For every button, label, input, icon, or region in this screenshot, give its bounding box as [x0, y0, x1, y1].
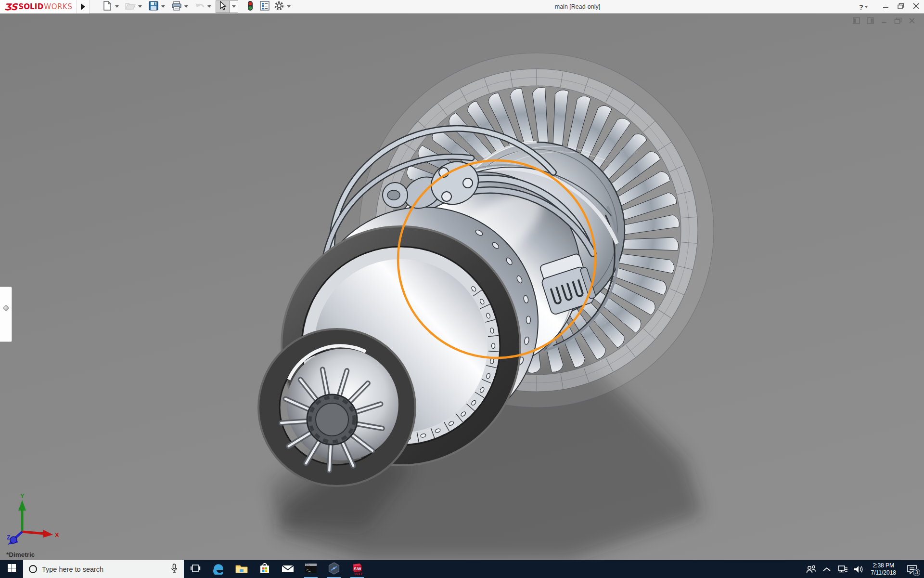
triad-x-label: X — [55, 531, 59, 539]
graphics-viewport[interactable]: Y X Z *Dimetric — [0, 13, 924, 560]
tray-chevron-up-button[interactable] — [821, 560, 834, 578]
undo-caret-icon[interactable] — [207, 5, 211, 8]
stoplight-icon — [247, 0, 253, 13]
command-prompt-icon: C:\_>_ — [305, 563, 317, 576]
restore-button[interactable] — [898, 2, 904, 11]
save-icon — [149, 1, 158, 13]
system-tray: 2:38 PM 7/11/2018 3 — [805, 560, 924, 578]
collapsed-panel-tab[interactable] — [0, 287, 12, 342]
view-orientation-label: *Dimetric — [6, 551, 35, 558]
save-button[interactable] — [146, 0, 161, 13]
command-prompt-button[interactable]: C:\_>_ — [299, 560, 322, 578]
windows-taskbar: Type here to search C:\_>_ — [0, 560, 924, 578]
task-view-icon — [190, 564, 201, 575]
file-explorer-button[interactable] — [230, 560, 253, 578]
document-window-controls — [853, 17, 915, 26]
solidworks-app-icon: SW2017 — [351, 563, 363, 576]
svg-text:C:\_: C:\_ — [306, 564, 310, 566]
title-bar: ƷS SOLID WORKS — [0, 0, 924, 13]
triad-z-label: Z — [7, 534, 10, 541]
doc-close-button[interactable] — [909, 17, 915, 26]
people-button[interactable] — [805, 560, 818, 578]
store-icon — [259, 563, 270, 576]
window-controls — [883, 2, 919, 11]
file-explorer-icon — [235, 563, 248, 576]
clock-date: 7/11/2018 — [871, 569, 897, 577]
component-properties-button[interactable] — [257, 0, 272, 13]
solidworks-button[interactable]: SW2017 — [346, 560, 369, 578]
volume-button[interactable] — [852, 560, 865, 578]
action-center-button[interactable]: 3 — [902, 560, 922, 578]
panel-tab-icon — [3, 305, 9, 311]
save-caret-icon[interactable] — [161, 5, 165, 8]
select-arrow-icon — [219, 1, 227, 13]
task-view-button[interactable] — [184, 560, 207, 578]
toolbar-flyout-button[interactable] — [77, 0, 90, 13]
new-caret-icon[interactable] — [115, 5, 119, 8]
svg-text:>_: >_ — [306, 567, 311, 572]
settings-caret-icon[interactable] — [287, 5, 291, 8]
mail-button[interactable] — [276, 560, 299, 578]
edrawings-hexagon-icon — [328, 562, 340, 577]
settings-button[interactable] — [272, 0, 286, 13]
select-caret-icon — [232, 5, 236, 8]
flyout-arrow-icon — [81, 3, 85, 10]
select-tool-button[interactable] — [216, 0, 230, 13]
solidworks-logo: ƷS SOLID WORKS — [0, 0, 77, 13]
component-properties-icon — [260, 1, 270, 13]
edge-icon — [212, 562, 225, 577]
engine-model-canvas[interactable] — [0, 13, 924, 560]
print-button[interactable] — [169, 0, 184, 13]
open-button[interactable] — [123, 0, 138, 13]
open-caret-icon[interactable] — [138, 5, 142, 8]
doc-minimize-button[interactable] — [881, 17, 887, 26]
triad-y-label: Y — [20, 492, 25, 499]
help-icon: ? — [859, 3, 863, 11]
select-caret-button[interactable] — [230, 0, 238, 13]
taskbar-spacer — [369, 560, 805, 578]
network-button[interactable] — [836, 560, 849, 578]
mail-icon — [282, 564, 294, 575]
print-icon — [171, 1, 182, 13]
edrawings-button[interactable] — [322, 560, 346, 578]
dock-right-button[interactable] — [867, 17, 874, 26]
stoplight-button[interactable] — [243, 0, 257, 13]
settings-gear-icon — [274, 0, 284, 13]
minimize-button[interactable] — [883, 2, 889, 11]
logo-solid-text: SOLID — [18, 2, 43, 11]
edge-button[interactable] — [207, 560, 230, 578]
taskbar-search[interactable]: Type here to search — [23, 560, 184, 578]
orientation-triad: Y X Z — [3, 492, 61, 548]
lug-bracket — [383, 183, 408, 208]
microphone-icon[interactable] — [170, 564, 178, 575]
doc-restore-button[interactable] — [894, 17, 902, 26]
dassault-logo-mark: ƷS — [4, 1, 17, 12]
print-caret-icon[interactable] — [184, 5, 188, 8]
cortana-icon — [29, 565, 37, 573]
search-placeholder: Type here to search — [42, 565, 170, 573]
start-button[interactable] — [0, 560, 23, 578]
svg-text:2017: 2017 — [354, 572, 362, 576]
open-icon — [125, 1, 136, 12]
dock-left-button[interactable] — [853, 17, 860, 26]
document-title: main [Read-only] — [529, 0, 626, 13]
new-document-icon — [103, 1, 112, 13]
store-button[interactable] — [253, 560, 276, 578]
undo-icon — [194, 1, 205, 12]
clock-time: 2:38 PM — [871, 562, 897, 569]
undo-button[interactable] — [192, 0, 207, 13]
taskbar-clock[interactable]: 2:38 PM 7/11/2018 — [868, 562, 899, 577]
notification-badge: 3 — [913, 569, 920, 576]
new-document-button[interactable] — [100, 0, 115, 13]
windows-logo-icon — [8, 564, 16, 574]
help-caret-icon — [865, 6, 868, 8]
close-button[interactable] — [913, 2, 919, 11]
titlebar-right: ? — [859, 0, 919, 13]
main-toolbar — [100, 0, 295, 13]
logo-works-text: WORKS — [44, 2, 72, 11]
help-button[interactable]: ? — [859, 3, 868, 11]
svg-text:SW: SW — [354, 566, 362, 571]
